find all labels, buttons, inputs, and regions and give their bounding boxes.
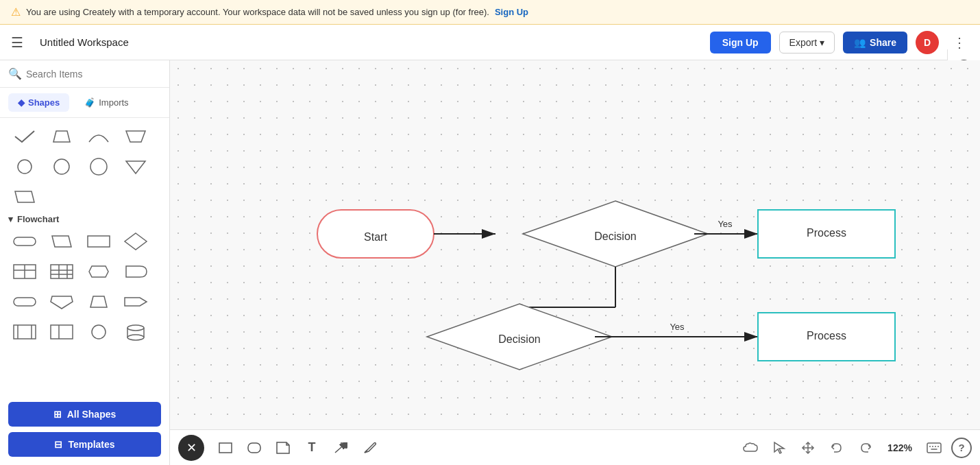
shape-table-2[interactable] xyxy=(45,259,78,285)
tab-shapes[interactable]: ◆ Shapes xyxy=(8,93,69,112)
svg-rect-44 xyxy=(248,443,260,453)
svg-point-26 xyxy=(92,325,106,339)
section-collapse-icon: ▾ xyxy=(8,214,13,224)
zoom-level: 122% xyxy=(883,442,917,453)
avatar[interactable]: D xyxy=(916,31,939,54)
canvas-area[interactable]: Start Decision Yes Process Decision Yes xyxy=(170,60,980,465)
tool-rounded-rect[interactable] xyxy=(241,435,267,461)
move-button[interactable] xyxy=(796,436,820,460)
shape-parallelogram[interactable] xyxy=(8,184,41,210)
shape-checkmark[interactable] xyxy=(8,123,41,150)
shape-circle-md[interactable] xyxy=(45,154,78,180)
shape-circle-fc[interactable] xyxy=(82,319,115,345)
svg-point-30 xyxy=(127,335,144,340)
tool-arrow[interactable] xyxy=(328,435,354,461)
svg-rect-12 xyxy=(51,265,73,278)
tab-imports[interactable]: 🧳 Imports xyxy=(75,93,138,112)
shape-circle-lg[interactable] xyxy=(82,154,115,180)
cursor-button[interactable] xyxy=(768,436,791,460)
banner: ⚠ You are using Creately with a temporar… xyxy=(0,0,980,25)
shape-pentagon[interactable] xyxy=(45,289,78,315)
export-label: Export xyxy=(789,37,817,48)
svg-marker-20 xyxy=(125,298,147,306)
sidebar-bottom: ⊞ All Shapes ⊟ Templates xyxy=(0,396,169,465)
shape-trapezoid[interactable] xyxy=(82,289,115,315)
cloud-button[interactable] xyxy=(739,436,762,460)
tool-note[interactable] xyxy=(270,435,296,461)
search-bar: 🔍 xyxy=(0,60,169,88)
flowchart-row-2 xyxy=(8,259,161,285)
export-button[interactable]: Export ▾ xyxy=(779,32,835,53)
shape-display[interactable] xyxy=(82,259,115,285)
share-button[interactable]: 👥 Share xyxy=(843,32,907,53)
svg-point-2 xyxy=(90,158,107,175)
all-shapes-button[interactable]: ⊞ All Shapes xyxy=(8,402,161,427)
svg-point-27 xyxy=(127,325,144,331)
svg-rect-5 xyxy=(14,237,36,246)
search-input[interactable] xyxy=(26,69,161,80)
shape-trapezoid-down[interactable] xyxy=(119,123,152,150)
tool-text[interactable]: T xyxy=(299,435,325,461)
tool-pen[interactable] xyxy=(356,435,382,461)
redo-button[interactable] xyxy=(854,436,877,460)
bottom-toolbar: ✕ T xyxy=(170,429,980,465)
section-flowchart[interactable]: ▾ Flowchart xyxy=(8,214,161,224)
svg-marker-49 xyxy=(774,442,784,453)
svg-point-1 xyxy=(54,159,69,174)
svg-rect-21 xyxy=(14,325,36,339)
shape-delay[interactable] xyxy=(119,259,152,285)
workspace-title: Untitled Workspace xyxy=(34,36,702,48)
shape-parallelogram-fc[interactable] xyxy=(45,228,78,254)
svg-rect-43 xyxy=(219,443,232,453)
shape-rect-cols[interactable] xyxy=(45,319,78,345)
close-icon: ✕ xyxy=(186,440,197,455)
shape-table-1[interactable] xyxy=(8,259,41,285)
svg-rect-7 xyxy=(88,236,110,247)
search-icon: 🔍 xyxy=(8,67,22,80)
shape-grid: ▾ Flowchart xyxy=(0,118,169,396)
help-button[interactable]: ? xyxy=(951,438,972,458)
shape-rect-with-lines[interactable] xyxy=(8,319,41,345)
yes1-label: Yes xyxy=(718,219,733,229)
share-label: Share xyxy=(870,37,896,48)
all-shapes-icon: ⊞ xyxy=(53,409,62,420)
shape-arrow-right[interactable] xyxy=(119,289,152,315)
svg-line-46 xyxy=(335,443,346,453)
templates-button[interactable]: ⊟ Templates xyxy=(8,432,161,457)
close-button[interactable]: ✕ xyxy=(178,435,204,461)
svg-rect-17 xyxy=(14,298,36,306)
flowchart-row-3 xyxy=(8,289,161,315)
shapes-diamond-icon: ◆ xyxy=(18,97,25,108)
process1-label: Process xyxy=(807,227,846,239)
warning-icon: ⚠ xyxy=(11,5,21,19)
text-icon: T xyxy=(308,440,316,455)
svg-marker-6 xyxy=(52,236,71,247)
shape-rounded-rect[interactable] xyxy=(8,228,41,254)
shape-row-2 xyxy=(8,154,161,180)
shape-arc[interactable] xyxy=(82,123,115,150)
topbar: ☰ Untitled Workspace Sign Up Export ▾ 👥 … xyxy=(0,25,980,60)
shape-circle-sm[interactable] xyxy=(8,154,41,180)
signup-button[interactable]: Sign Up xyxy=(710,32,771,53)
shape-rectangle-fc[interactable] xyxy=(82,228,115,254)
svg-marker-18 xyxy=(51,296,73,309)
shape-cylinder[interactable] xyxy=(119,319,152,345)
shape-row-1 xyxy=(8,123,161,150)
banner-signup-link[interactable]: Sign Up xyxy=(495,7,528,17)
decision1-label: Decision xyxy=(594,230,636,242)
bottom-right-tools: 122% ? xyxy=(739,436,972,460)
yes2-label: Yes xyxy=(670,322,685,332)
shape-row-3 xyxy=(8,184,161,210)
shape-triangle-down[interactable] xyxy=(119,154,152,180)
menu-button[interactable]: ☰ xyxy=(8,32,26,53)
process2-label: Process xyxy=(807,330,846,342)
keyboard-shortcuts-button[interactable] xyxy=(922,436,946,460)
svg-rect-52 xyxy=(927,443,941,453)
banner-text: You are using Creately with a temporary … xyxy=(26,7,489,17)
tool-rectangle[interactable] xyxy=(212,435,238,461)
shape-diamond-fc[interactable] xyxy=(119,228,152,254)
undo-button[interactable] xyxy=(825,436,848,460)
svg-point-0 xyxy=(18,160,32,174)
shape-trapezoid-up[interactable] xyxy=(45,123,78,150)
shape-rounded-rect-2[interactable] xyxy=(8,289,41,315)
